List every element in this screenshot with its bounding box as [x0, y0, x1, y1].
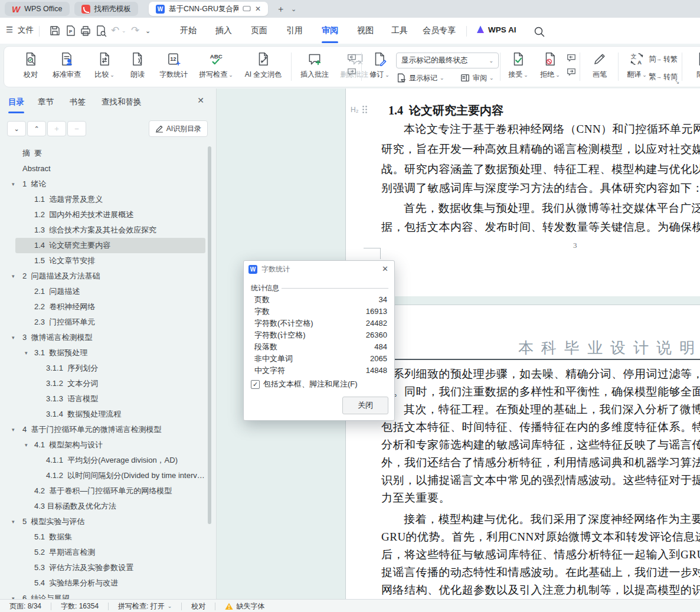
toc-item[interactable]: 4.1.1 平均划分(Average division，AD) — [0, 453, 211, 468]
ai-recognize-toc-button[interactable]: AI识别目录 — [149, 120, 208, 137]
tab-document[interactable]: W 基于CNN-GRU复合网络模型 ✕ — [149, 2, 268, 16]
toc-expand-arrow[interactable]: ▾ — [12, 514, 15, 529]
sidebar-tab-chapters[interactable]: 章节 — [38, 97, 54, 107]
toc-expand-arrow[interactable]: ▾ — [12, 269, 15, 284]
accept-button[interactable]: 接受⌄ — [503, 51, 533, 80]
quickbar-chevron-icon[interactable]: ⌄ — [145, 27, 151, 35]
toc-item-selected[interactable]: 1.4 论文研究主要内容 — [15, 238, 205, 253]
tab-list-chevron-icon[interactable]: ⌄ — [291, 5, 296, 13]
menu-tab-insert[interactable]: 插入 — [215, 25, 232, 36]
toc-item[interactable]: 5.3 评估方法及实验参数设置 — [0, 560, 211, 575]
status-page-indicator[interactable]: 页面: 8/34 — [0, 601, 51, 611]
tab-docer-templates[interactable]: 找稻壳模板 — [74, 2, 139, 16]
pen-button[interactable]: 画笔 — [585, 51, 614, 80]
toc-item[interactable]: ▾5 模型实验与评估 — [0, 514, 211, 529]
toc-item[interactable]: 4.2 基于卷积—门控循环单元的网络模型 — [0, 483, 211, 499]
search-icon[interactable] — [533, 25, 546, 38]
toc-item[interactable]: 1.3 综合技术方案及其社会效应探究 — [0, 222, 211, 238]
toc-item[interactable]: 3.1.4 数据预处理流程 — [0, 407, 211, 422]
toc-item[interactable]: 2.1 问题描述 — [0, 284, 211, 299]
toc-item[interactable]: ▾3 微博谣言检测模型 — [0, 330, 211, 345]
document-page-4[interactable]: 本科毕业设计说明书 一系列细致的预处理步骤，如去噪、精确分词、停用词过滤等，以保… — [345, 305, 700, 599]
menu-tab-tools[interactable]: 工具 — [391, 25, 408, 36]
proofread-button[interactable]: 校对 — [16, 51, 45, 80]
drag-handle-icon[interactable] — [362, 105, 368, 114]
toc-item[interactable]: 5.2 早期谣言检测 — [0, 545, 211, 560]
toc-item[interactable]: 2.2 卷积神经网络 — [0, 299, 211, 315]
save-icon[interactable] — [48, 24, 61, 37]
standard-review-button[interactable]: 标准审查 — [48, 51, 86, 80]
toc-item[interactable]: ▾4 基于门控循环单元的微博谣言检测模型 — [0, 422, 211, 437]
dialog-close-icon[interactable]: ✕ — [382, 264, 388, 273]
spell-check-button[interactable]: ABC 拼写检查⌄ — [195, 51, 237, 80]
menu-tab-member[interactable]: 会员专享 — [423, 25, 456, 36]
toc-item[interactable]: 3.1.2 文本分词 — [0, 376, 211, 391]
menu-tab-home[interactable]: 开始 — [180, 25, 197, 36]
next-revision-icon[interactable] — [566, 67, 577, 77]
toc-item[interactable]: 2.3 门控循环单元 — [0, 315, 211, 330]
reject-button[interactable]: 拒绝⌄ — [535, 51, 565, 80]
toc-expand-arrow[interactable]: ▾ — [25, 437, 28, 453]
toc-item[interactable]: 5.1 数据集 — [0, 529, 211, 545]
status-spell-check[interactable]: 拼写检查: 打开 ⌄ — [109, 601, 181, 611]
compare-button[interactable]: 比较⌄ — [88, 51, 121, 80]
print-preview-icon[interactable] — [94, 24, 107, 37]
toc-item[interactable]: 4.1.2 以时间间隔划分(Divided by time interv… — [0, 468, 211, 483]
toc-item[interactable]: 3.1.1 序列划分 — [0, 361, 211, 376]
hamburger-icon[interactable]: ☰ — [6, 25, 13, 34]
wps-ai-button[interactable]: WPS AI — [476, 25, 516, 34]
toc-item[interactable]: ▾1 绪论 — [0, 176, 211, 192]
word-count-button[interactable]: 12 字数统计 — [154, 51, 193, 80]
toc-collapse-all-button[interactable]: ⌃ — [27, 121, 46, 136]
sidebar-tab-contents[interactable]: 目录 — [8, 97, 24, 107]
toc-item[interactable]: ▾6 结论与展望 — [0, 591, 211, 599]
next-comment-icon[interactable] — [346, 67, 357, 77]
sidebar-close-icon[interactable]: ✕ — [197, 96, 204, 105]
sidebar-tab-bookmarks[interactable]: 书签 — [70, 97, 86, 107]
word-count-dialog[interactable]: W 字数统计 ✕ 统计信息 页数34 字数16913 字符数(不计空格)2448… — [243, 260, 395, 421]
menu-tab-reference[interactable]: 引用 — [286, 25, 303, 36]
toc-item[interactable]: 摘 要 — [0, 146, 211, 161]
sidebar-tab-find-replace[interactable]: 查找和替换 — [102, 97, 142, 107]
toc-item[interactable]: 4.3 目标函数及优化方法 — [0, 499, 211, 514]
read-aloud-button[interactable]: 朗读 — [123, 51, 152, 80]
markup-state-select[interactable]: 显示标记的最终状态 ⌄ — [396, 53, 499, 68]
toc-item[interactable]: ▾3.1 数据预处理 — [0, 345, 211, 361]
to-traditional-button[interactable]: 简→ 转繁 — [649, 54, 678, 64]
track-changes-button[interactable]: 修订⌄ — [366, 51, 393, 80]
toc-item[interactable]: 5.4 实验结果分析与改进 — [0, 575, 211, 591]
toc-expand-all-button[interactable]: ⌄ — [7, 121, 26, 136]
toc-item[interactable]: 1.2 国内外相关技术进展概述 — [0, 207, 211, 222]
toc-expand-arrow[interactable]: ▾ — [12, 330, 15, 345]
tab-close-icon[interactable]: ✕ — [255, 5, 261, 13]
show-markup-button[interactable]: 显示标记 ⌄ — [396, 73, 444, 83]
document-page-3[interactable]: H₂ 1.4 论文研究主要内容 本论文专注于基于卷积神经网络（CNN）和门控循环… — [345, 89, 700, 296]
menu-tab-review[interactable]: 审阅 — [322, 25, 338, 36]
close-button[interactable]: 关闭 — [342, 397, 388, 414]
translate-button[interactable]: 文A 翻译⌄ — [622, 51, 652, 80]
toc-expand-arrow[interactable]: ▾ — [12, 176, 15, 192]
checkbox-checked-icon[interactable]: ✓ — [251, 380, 260, 389]
toc-item[interactable]: 1.1 选题背景及意义 — [0, 192, 211, 207]
file-menu[interactable]: 文件 — [18, 25, 34, 35]
pdf-export-icon[interactable]: P — [64, 24, 77, 37]
sidebar-scrollbar[interactable] — [208, 146, 211, 524]
toc-item[interactable]: 3.1.3 语言模型 — [0, 391, 211, 407]
group-expand-icon[interactable]: ↘ — [675, 78, 679, 85]
previous-revision-icon[interactable] — [566, 53, 577, 63]
status-word-count[interactable]: 字数: 16354 — [51, 601, 108, 611]
toc-expand-arrow[interactable]: ▾ — [12, 422, 15, 437]
review-pane-button[interactable]: 审阅 ⌄ — [460, 73, 494, 83]
toc-expand-arrow[interactable]: ▾ — [25, 345, 28, 361]
menu-tab-view[interactable]: 视图 — [357, 25, 374, 36]
toc-item[interactable]: ▾4.1 模型架构与设计 — [0, 437, 211, 453]
new-tab-button[interactable]: ＋ — [276, 4, 285, 15]
status-missing-font[interactable]: 缺失字体 — [215, 601, 274, 611]
include-textbox-checkbox[interactable]: ✓ 包括文本框、脚注和尾注(F) — [251, 379, 358, 390]
toc-item[interactable]: ▾2 问题描述及方法基础 — [0, 269, 211, 284]
restrict-button[interactable]: 限制 — [686, 51, 700, 80]
toc-item[interactable]: Abstract — [0, 161, 211, 176]
insert-comment-button[interactable]: 插入批注 — [296, 51, 333, 80]
toc-expand-arrow[interactable]: ▾ — [12, 591, 15, 599]
to-simplified-button[interactable]: 繁→ 转简 — [649, 71, 678, 82]
